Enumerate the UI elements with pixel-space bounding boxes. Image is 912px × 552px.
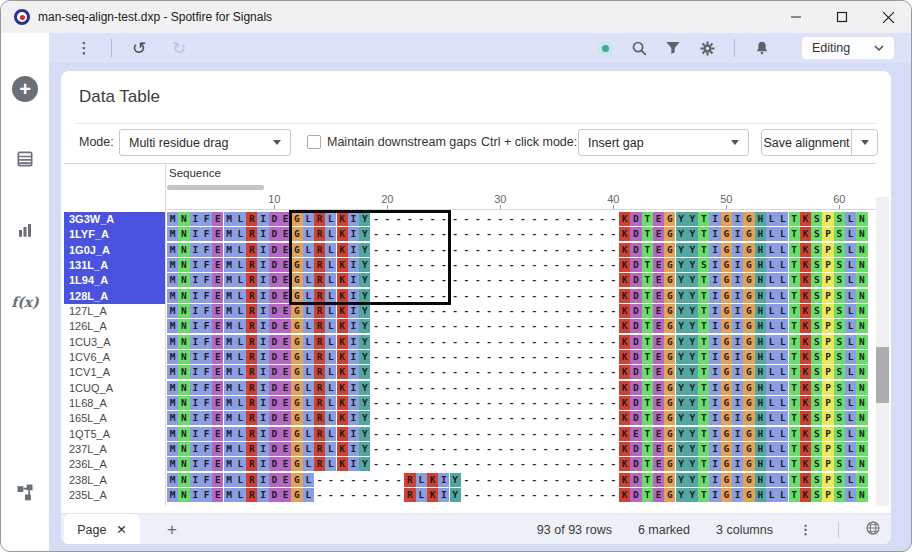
gap-cell[interactable]: - bbox=[540, 289, 551, 303]
settings-gear-icon[interactable] bbox=[694, 35, 720, 61]
add-visualization-button[interactable]: + bbox=[1, 76, 49, 102]
gap-cell[interactable]: - bbox=[608, 396, 619, 410]
residue-cell[interactable]: R bbox=[246, 411, 257, 425]
residue-cell[interactable]: R bbox=[246, 365, 257, 379]
residue-cell[interactable]: R bbox=[404, 488, 415, 502]
gap-cell[interactable]: - bbox=[461, 289, 472, 303]
residue-cell[interactable]: Y bbox=[687, 350, 698, 364]
gap-cell[interactable]: - bbox=[370, 442, 381, 456]
gap-cell[interactable]: - bbox=[608, 473, 619, 487]
residue-cell[interactable]: E bbox=[212, 273, 223, 287]
gap-cell[interactable]: - bbox=[416, 442, 427, 456]
residue-cell[interactable]: S bbox=[834, 273, 845, 287]
gap-cell[interactable]: - bbox=[370, 350, 381, 364]
gap-cell[interactable]: - bbox=[506, 319, 517, 333]
residue-cell[interactable]: M bbox=[224, 319, 235, 333]
residue-cell[interactable]: M bbox=[224, 335, 235, 349]
gap-cell[interactable]: - bbox=[574, 335, 585, 349]
gap-cell[interactable]: - bbox=[483, 442, 494, 456]
residue-cell[interactable]: D bbox=[630, 396, 641, 410]
residue-cell[interactable]: I bbox=[732, 473, 743, 487]
gap-cell[interactable]: - bbox=[585, 365, 596, 379]
gap-cell[interactable]: - bbox=[574, 473, 585, 487]
residue-cell[interactable]: R bbox=[246, 258, 257, 272]
gap-cell[interactable]: - bbox=[596, 243, 607, 257]
residue-cell[interactable]: L bbox=[777, 365, 788, 379]
residue-cell[interactable]: K bbox=[619, 381, 630, 395]
gap-cell[interactable]: - bbox=[608, 411, 619, 425]
gap-cell[interactable]: - bbox=[416, 411, 427, 425]
residue-cell[interactable]: D bbox=[269, 304, 280, 318]
residue-cell[interactable]: G bbox=[664, 227, 675, 241]
residue-cell[interactable]: Y bbox=[676, 396, 687, 410]
residue-cell[interactable]: G bbox=[721, 273, 732, 287]
residue-cell[interactable]: F bbox=[201, 473, 212, 487]
residue-cell[interactable]: M bbox=[167, 319, 178, 333]
residue-cell[interactable]: S bbox=[811, 365, 822, 379]
notifications-bell-icon[interactable] bbox=[749, 35, 775, 61]
residue-cell[interactable]: G bbox=[291, 488, 302, 502]
residue-cell[interactable]: T bbox=[642, 212, 653, 226]
gap-cell[interactable]: - bbox=[608, 488, 619, 502]
residue-cell[interactable]: K bbox=[619, 442, 630, 456]
residue-cell[interactable]: D bbox=[630, 212, 641, 226]
residue-cell[interactable]: Y bbox=[687, 473, 698, 487]
close-tab-icon[interactable]: ✕ bbox=[116, 522, 126, 537]
residue-cell[interactable]: P bbox=[822, 381, 833, 395]
gap-cell[interactable]: - bbox=[461, 411, 472, 425]
residue-cell[interactable]: M bbox=[224, 273, 235, 287]
residue-cell[interactable]: M bbox=[167, 258, 178, 272]
gap-cell[interactable]: - bbox=[393, 457, 404, 471]
residue-cell[interactable]: L bbox=[845, 227, 856, 241]
residue-cell[interactable]: M bbox=[224, 396, 235, 410]
residue-cell[interactable]: D bbox=[269, 243, 280, 257]
residue-cell[interactable]: I bbox=[732, 365, 743, 379]
gap-cell[interactable]: - bbox=[608, 212, 619, 226]
residue-cell[interactable]: G bbox=[721, 258, 732, 272]
residue-cell[interactable]: K bbox=[800, 258, 811, 272]
residue-cell[interactable]: L bbox=[325, 350, 336, 364]
gap-cell[interactable]: - bbox=[529, 273, 540, 287]
gap-cell[interactable]: - bbox=[450, 319, 461, 333]
gap-cell[interactable]: - bbox=[427, 381, 438, 395]
gap-cell[interactable]: - bbox=[404, 304, 415, 318]
residue-cell[interactable]: G bbox=[291, 457, 302, 471]
gap-cell[interactable]: - bbox=[472, 350, 483, 364]
residue-cell[interactable]: L bbox=[303, 396, 314, 410]
gap-cell[interactable]: - bbox=[483, 396, 494, 410]
residue-cell[interactable]: T bbox=[789, 365, 800, 379]
gap-cell[interactable]: - bbox=[450, 411, 461, 425]
residue-cell[interactable]: Y bbox=[676, 411, 687, 425]
gap-cell[interactable]: - bbox=[585, 243, 596, 257]
gap-cell[interactable]: - bbox=[551, 212, 562, 226]
residue-cell[interactable]: K bbox=[619, 212, 630, 226]
residue-cell[interactable]: N bbox=[856, 212, 867, 226]
gap-cell[interactable]: - bbox=[551, 304, 562, 318]
residue-cell[interactable]: L bbox=[416, 473, 427, 487]
residue-cell[interactable]: M bbox=[167, 212, 178, 226]
gap-cell[interactable]: - bbox=[382, 319, 393, 333]
gap-cell[interactable]: - bbox=[517, 258, 528, 272]
residue-cell[interactable]: L bbox=[777, 457, 788, 471]
residue-cell[interactable]: E bbox=[653, 365, 664, 379]
residue-cell[interactable]: K bbox=[337, 457, 348, 471]
residue-cell[interactable]: H bbox=[755, 335, 766, 349]
gap-cell[interactable]: - bbox=[314, 488, 325, 502]
row-label[interactable]: 1CV1_A bbox=[64, 365, 165, 380]
residue-cell[interactable]: P bbox=[822, 258, 833, 272]
gap-cell[interactable]: - bbox=[608, 365, 619, 379]
residue-cell[interactable]: L bbox=[235, 473, 246, 487]
residue-cell[interactable]: K bbox=[427, 488, 438, 502]
gap-cell[interactable]: - bbox=[495, 396, 506, 410]
residue-cell[interactable]: Y bbox=[676, 243, 687, 257]
residue-cell[interactable]: L bbox=[777, 335, 788, 349]
residue-cell[interactable]: L bbox=[325, 335, 336, 349]
residue-cell[interactable]: G bbox=[743, 488, 754, 502]
residue-cell[interactable]: N bbox=[856, 227, 867, 241]
residue-cell[interactable]: E bbox=[212, 335, 223, 349]
residue-cell[interactable]: K bbox=[619, 427, 630, 441]
gap-cell[interactable]: - bbox=[540, 411, 551, 425]
residue-cell[interactable]: D bbox=[269, 273, 280, 287]
residue-cell[interactable]: K bbox=[337, 396, 348, 410]
residue-cell[interactable]: S bbox=[834, 442, 845, 456]
